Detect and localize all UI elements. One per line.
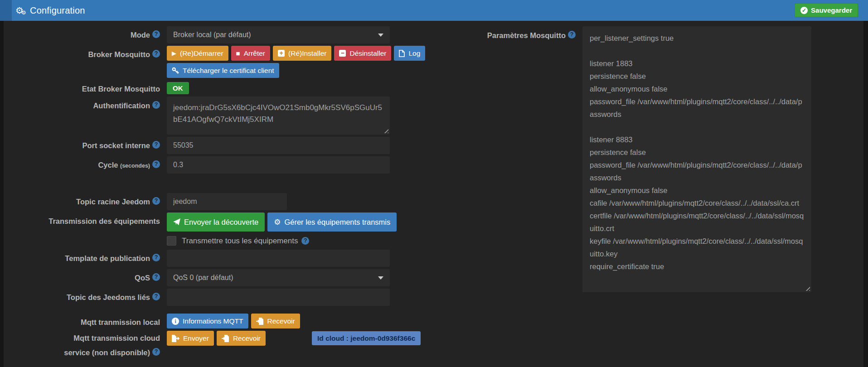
row-mqtt-cloud: Mqtt transmission cloud service (non dis… [4,331,390,357]
row-transmission: Transmission des équipements Envoyer la … [4,212,390,232]
help-icon[interactable]: ? [152,101,160,109]
restart-button[interactable]: ▶ (Re)Démarrer [167,46,228,61]
row-mqtt-local: Mqtt tranmission local i Informations MQ… [4,314,390,328]
publish-template-input[interactable] [167,250,390,267]
publish-template-label: Template de publication? [4,250,160,267]
mosquitto-params-textarea[interactable]: per_listener_settings true listener 1883… [582,26,811,292]
minus-square-icon: − [339,50,346,57]
save-button-label: Sauvegarder [811,6,852,14]
mosquitto-params-label: Paramètres Mosquitto? [390,26,576,292]
mode-select-value: Broker local (par défaut) [173,31,251,39]
help-icon[interactable]: ? [152,197,160,205]
transmit-all-label: Transmettre tous les équipements [182,237,298,246]
row-authentication: Authentification? jeedom:jraDrG5sX6bCjc4… [4,97,390,135]
help-icon[interactable]: ? [152,273,160,281]
qos-select[interactable]: QoS 0 (par défaut) [167,269,390,286]
row-broker-state: Etat Broker Mosquitto OK [4,80,390,94]
row-mosquitto-params: Paramètres Mosquitto? per_listener_setti… [390,26,811,292]
key-icon [172,67,179,74]
plus-square-icon: + [278,50,285,57]
help-icon[interactable]: ? [152,141,160,149]
help-icon[interactable]: ? [152,254,160,261]
transmission-label: Transmission des équipements [4,212,160,232]
internal-port-input[interactable] [167,137,390,154]
help-icon[interactable]: ? [301,237,309,245]
cycle-label: Cycle (secondes)? [4,156,160,174]
status-badge: OK [167,82,189,94]
mqtt-cloud-label: Mqtt transmission cloud service (non dis… [4,331,160,357]
help-icon[interactable]: ? [152,293,160,300]
linked-topics-input[interactable] [167,289,390,306]
manage-transmitted-button[interactable]: ⚙ Gérer les équipements transmis [267,212,397,232]
broker-label: Broker Mosquitto? [4,46,160,78]
gear-icon: ⚙ [274,218,281,226]
row-qos: QoS? QoS 0 (par défaut) [4,269,390,286]
qos-label: QoS? [4,269,160,286]
stop-icon: ■ [236,50,240,57]
mqtt-info-button[interactable]: i Informations MQTT [167,314,248,328]
row-root-topic: Topic racine Jeedom? [4,193,390,210]
download-certificate-button[interactable]: Télécharger le certificat client [167,63,279,78]
transmit-all-checkbox[interactable] [167,236,176,246]
row-mode: Mode? Broker local (par défaut) [4,26,390,43]
help-icon[interactable]: ? [152,348,160,356]
chevron-down-icon [378,34,383,37]
row-linked-topics: Topic des Jeedoms liés? [4,289,390,306]
play-icon: ▶ [172,50,176,56]
config-panel: Mode? Broker local (par défaut) Broker M… [4,21,863,367]
topbar: ⚙⚙ Configuration ✓ Sauvegarder [0,0,868,21]
chevron-down-icon [378,276,383,280]
page-title-wrap: ⚙⚙ Configuration [15,5,85,16]
linked-topics-label: Topic des Jeedoms liés? [4,289,160,306]
help-icon[interactable]: ? [152,50,160,58]
help-icon[interactable]: ? [568,31,576,39]
qos-select-value: QoS 0 (par défaut) [173,274,233,282]
root-topic-input[interactable] [167,193,287,210]
authentication-label: Authentification? [4,97,160,135]
cogs-icon: ⚙⚙ [15,5,27,16]
file-export-icon [172,335,179,342]
cycle-input[interactable] [167,156,390,174]
mode-label: Mode? [4,26,160,43]
help-icon[interactable]: ? [152,160,160,168]
reinstall-button[interactable]: + (Ré)Installer [273,46,331,61]
paper-plane-icon [173,218,180,226]
root-topic-label: Topic racine Jeedom? [4,193,160,210]
internal-port-label: Port socket interne? [4,137,160,154]
file-import-icon [222,335,229,342]
topbar-accent [0,0,12,21]
row-internal-port: Port socket interne? [4,137,390,154]
send-discovery-button[interactable]: Envoyer la découverte [167,212,265,232]
row-publish-template: Template de publication? [4,250,390,267]
uninstall-button[interactable]: − Désinstaller [334,46,391,61]
mode-select[interactable]: Broker local (par défaut) [167,26,390,43]
mqtt-local-label: Mqtt tranmission local [4,314,160,328]
row-cycle: Cycle (secondes)? [4,156,390,174]
broker-state-label: Etat Broker Mosquitto [4,80,160,94]
save-button[interactable]: ✓ Sauvegarder [795,3,858,17]
stop-button[interactable]: ■ Arrêter [231,46,270,61]
file-import-icon [256,318,264,325]
transmit-all-row: Transmettre tous les équipements ? [167,236,390,246]
local-receive-button[interactable]: Recevoir [251,314,300,328]
help-icon[interactable]: ? [152,30,160,38]
cloud-receive-button[interactable]: Recevoir [217,331,266,346]
cloud-send-button[interactable]: Envoyer [167,331,214,346]
row-broker: Broker Mosquitto? ▶ (Re)Démarrer ■ Arrêt… [4,46,390,78]
check-circle-icon: ✓ [800,7,808,14]
info-circle-icon: i [172,318,179,325]
page-title: Configuration [30,5,85,16]
authentication-textarea[interactable]: jeedom:jraDrG5sX6bCjc4IVOwO21Smb0gMkr5SV… [167,97,390,135]
